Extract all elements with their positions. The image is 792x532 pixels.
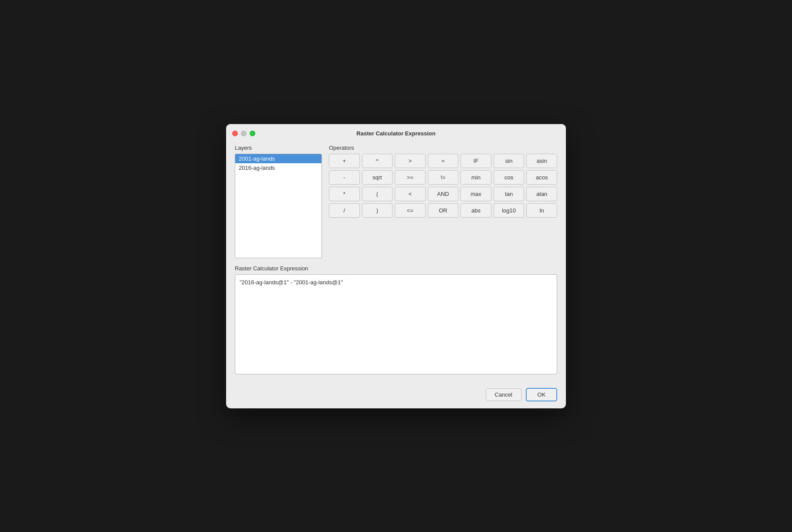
dialog-body: Layers 2001-ag-lands 2016-ag-lands Opera…	[226, 141, 566, 383]
op-min[interactable]: min	[460, 170, 491, 185]
traffic-lights	[232, 131, 255, 136]
op-lt[interactable]: <	[395, 187, 426, 201]
footer: Cancel OK	[226, 383, 566, 408]
op-or[interactable]: OR	[428, 203, 459, 218]
layer-item-2001[interactable]: 2001-ag-lands	[235, 154, 322, 163]
op-gt[interactable]: >	[395, 154, 426, 168]
op-abs[interactable]: abs	[460, 203, 491, 218]
op-rparen[interactable]: )	[362, 203, 393, 218]
op-lte[interactable]: <=	[395, 203, 426, 218]
operators-panel: Operators + ^ > = IF sin asin - sqrt >= …	[329, 145, 557, 258]
op-divide[interactable]: /	[329, 203, 360, 218]
op-atan[interactable]: atan	[526, 187, 557, 201]
op-log10[interactable]: log10	[494, 203, 525, 218]
op-acos[interactable]: acos	[526, 170, 557, 185]
raster-calculator-dialog: Raster Calculator Expression Layers 2001…	[226, 124, 566, 408]
top-section: Layers 2001-ag-lands 2016-ag-lands Opera…	[235, 145, 557, 258]
expression-textarea[interactable]	[235, 274, 557, 374]
op-caret[interactable]: ^	[362, 154, 393, 168]
op-gte[interactable]: >=	[395, 170, 426, 185]
op-minus[interactable]: -	[329, 170, 360, 185]
op-neq[interactable]: !=	[428, 170, 459, 185]
operators-label: Operators	[329, 145, 557, 151]
ok-button[interactable]: OK	[526, 388, 557, 401]
op-sqrt[interactable]: sqrt	[362, 170, 393, 185]
op-lparen[interactable]: (	[362, 187, 393, 201]
layers-label: Layers	[235, 145, 322, 151]
maximize-button[interactable]	[250, 131, 255, 136]
layers-panel: Layers 2001-ag-lands 2016-ag-lands	[235, 145, 322, 258]
layers-list[interactable]: 2001-ag-lands 2016-ag-lands	[235, 154, 322, 258]
op-plus[interactable]: +	[329, 154, 360, 168]
op-max[interactable]: max	[460, 187, 491, 201]
expression-section: Raster Calculator Expression	[235, 265, 557, 376]
op-tan[interactable]: tan	[494, 187, 525, 201]
title-bar: Raster Calculator Expression	[226, 124, 566, 141]
cancel-button[interactable]: Cancel	[486, 388, 521, 401]
op-asin[interactable]: asin	[526, 154, 557, 168]
minimize-button[interactable]	[241, 131, 247, 136]
op-eq[interactable]: =	[428, 154, 459, 168]
op-if[interactable]: IF	[460, 154, 491, 168]
op-sin[interactable]: sin	[494, 154, 525, 168]
op-ln[interactable]: ln	[526, 203, 557, 218]
operators-grid: + ^ > = IF sin asin - sqrt >= != min cos…	[329, 154, 557, 218]
layer-item-2016[interactable]: 2016-ag-lands	[235, 163, 322, 172]
op-cos[interactable]: cos	[494, 170, 525, 185]
expression-label: Raster Calculator Expression	[235, 265, 557, 272]
op-multiply[interactable]: *	[329, 187, 360, 201]
dialog-title: Raster Calculator Expression	[356, 130, 435, 137]
op-and[interactable]: AND	[428, 187, 459, 201]
close-button[interactable]	[232, 131, 238, 136]
